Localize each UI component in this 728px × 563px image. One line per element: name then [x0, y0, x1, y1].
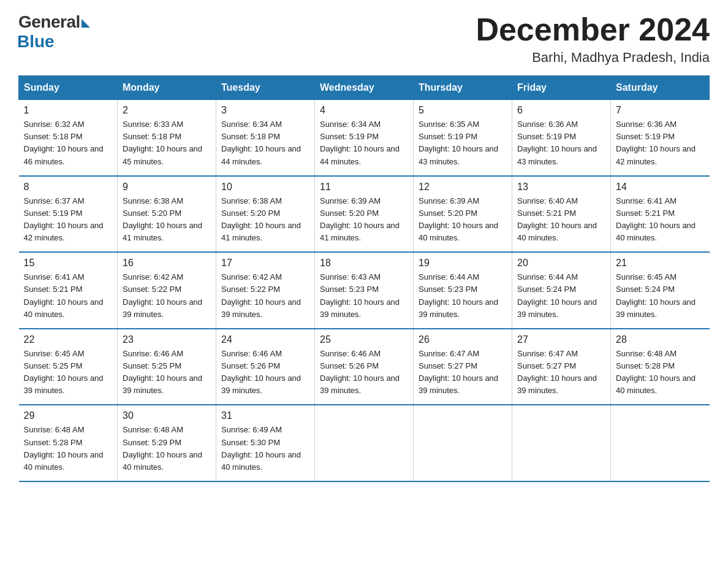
day-detail: Sunrise: 6:37 AMSunset: 5:19 PMDaylight:… — [24, 195, 113, 245]
calendar-cell: 19Sunrise: 6:44 AMSunset: 5:23 PMDayligh… — [414, 252, 512, 329]
calendar-cell: 5Sunrise: 6:35 AMSunset: 5:19 PMDaylight… — [414, 100, 512, 176]
day-detail: Sunrise: 6:40 AMSunset: 5:21 PMDaylight:… — [517, 195, 605, 245]
day-number: 20 — [517, 258, 605, 269]
calendar-week-row: 22Sunrise: 6:45 AMSunset: 5:25 PMDayligh… — [19, 329, 710, 405]
day-detail: Sunrise: 6:44 AMSunset: 5:24 PMDaylight:… — [517, 271, 605, 321]
day-detail: Sunrise: 6:46 AMSunset: 5:26 PMDaylight:… — [221, 348, 309, 397]
calendar-cell: 9Sunrise: 6:38 AMSunset: 5:20 PMDaylight… — [118, 176, 216, 253]
calendar-cell: 7Sunrise: 6:36 AMSunset: 5:19 PMDaylight… — [611, 100, 710, 176]
day-detail: Sunrise: 6:47 AMSunset: 5:27 PMDaylight:… — [517, 348, 605, 397]
day-number: 27 — [517, 334, 605, 345]
day-number: 1 — [24, 105, 113, 116]
calendar-cell: 24Sunrise: 6:46 AMSunset: 5:26 PMDayligh… — [216, 329, 315, 405]
day-number: 4 — [320, 105, 408, 116]
calendar-week-row: 8Sunrise: 6:37 AMSunset: 5:19 PMDaylight… — [19, 176, 710, 253]
day-detail: Sunrise: 6:44 AMSunset: 5:23 PMDaylight:… — [419, 271, 507, 321]
day-number: 16 — [123, 258, 211, 269]
day-number: 13 — [517, 182, 605, 193]
day-number: 29 — [24, 410, 113, 421]
calendar-cell: 29Sunrise: 6:48 AMSunset: 5:28 PMDayligh… — [19, 405, 118, 481]
calendar-cell: 17Sunrise: 6:42 AMSunset: 5:22 PMDayligh… — [216, 252, 315, 329]
logo-blue-text: Blue — [17, 32, 55, 52]
day-detail: Sunrise: 6:38 AMSunset: 5:20 PMDaylight:… — [221, 195, 309, 245]
day-detail: Sunrise: 6:45 AMSunset: 5:24 PMDaylight:… — [616, 271, 705, 321]
calendar-cell: 8Sunrise: 6:37 AMSunset: 5:19 PMDaylight… — [19, 176, 118, 253]
calendar-cell: 26Sunrise: 6:47 AMSunset: 5:27 PMDayligh… — [414, 329, 512, 405]
day-detail: Sunrise: 6:48 AMSunset: 5:28 PMDaylight:… — [24, 424, 113, 473]
column-header-saturday: Saturday — [611, 76, 710, 100]
day-detail: Sunrise: 6:49 AMSunset: 5:30 PMDaylight:… — [221, 424, 309, 473]
calendar-cell: 18Sunrise: 6:43 AMSunset: 5:23 PMDayligh… — [315, 252, 414, 329]
day-detail: Sunrise: 6:42 AMSunset: 5:22 PMDaylight:… — [221, 271, 309, 321]
day-detail: Sunrise: 6:39 AMSunset: 5:20 PMDaylight:… — [419, 195, 507, 245]
calendar-cell: 20Sunrise: 6:44 AMSunset: 5:24 PMDayligh… — [512, 252, 611, 329]
day-number: 31 — [221, 410, 309, 421]
calendar-cell: 31Sunrise: 6:49 AMSunset: 5:30 PMDayligh… — [216, 405, 315, 481]
day-number: 14 — [616, 182, 705, 193]
day-number: 12 — [419, 182, 507, 193]
day-number: 2 — [123, 105, 211, 116]
day-number: 6 — [517, 105, 605, 116]
day-number: 17 — [221, 258, 309, 269]
column-header-wednesday: Wednesday — [315, 76, 414, 100]
day-detail: Sunrise: 6:48 AMSunset: 5:28 PMDaylight:… — [616, 348, 705, 397]
calendar-cell: 23Sunrise: 6:46 AMSunset: 5:25 PMDayligh… — [118, 329, 216, 405]
calendar-cell: 6Sunrise: 6:36 AMSunset: 5:19 PMDaylight… — [512, 100, 611, 176]
location-title: Barhi, Madhya Pradesh, India — [476, 50, 710, 66]
column-header-tuesday: Tuesday — [216, 76, 315, 100]
day-detail: Sunrise: 6:35 AMSunset: 5:19 PMDaylight:… — [419, 118, 507, 168]
day-number: 8 — [24, 182, 113, 193]
calendar-week-row: 29Sunrise: 6:48 AMSunset: 5:28 PMDayligh… — [19, 405, 710, 481]
calendar-cell: 3Sunrise: 6:34 AMSunset: 5:18 PMDaylight… — [216, 100, 315, 176]
month-title: December 2024 — [476, 12, 710, 47]
calendar-cell: 4Sunrise: 6:34 AMSunset: 5:19 PMDaylight… — [315, 100, 414, 176]
title-area: December 2024 Barhi, Madhya Pradesh, Ind… — [476, 12, 710, 66]
day-detail: Sunrise: 6:48 AMSunset: 5:29 PMDaylight:… — [123, 424, 211, 473]
calendar-cell — [611, 405, 710, 481]
day-number: 3 — [221, 105, 309, 116]
day-detail: Sunrise: 6:33 AMSunset: 5:18 PMDaylight:… — [123, 118, 211, 168]
calendar-cell — [315, 405, 414, 481]
calendar-cell: 30Sunrise: 6:48 AMSunset: 5:29 PMDayligh… — [118, 405, 216, 481]
logo-general-text: General — [18, 12, 80, 32]
day-detail: Sunrise: 6:46 AMSunset: 5:25 PMDaylight:… — [123, 348, 211, 397]
calendar-cell: 11Sunrise: 6:39 AMSunset: 5:20 PMDayligh… — [315, 176, 414, 253]
column-header-monday: Monday — [118, 76, 216, 100]
day-detail: Sunrise: 6:38 AMSunset: 5:20 PMDaylight:… — [123, 195, 211, 245]
column-header-friday: Friday — [512, 76, 611, 100]
calendar-cell: 21Sunrise: 6:45 AMSunset: 5:24 PMDayligh… — [611, 252, 710, 329]
calendar-cell: 1Sunrise: 6:32 AMSunset: 5:18 PMDaylight… — [19, 100, 118, 176]
calendar-cell: 28Sunrise: 6:48 AMSunset: 5:28 PMDayligh… — [611, 329, 710, 405]
day-detail: Sunrise: 6:46 AMSunset: 5:26 PMDaylight:… — [320, 348, 408, 397]
calendar-week-row: 1Sunrise: 6:32 AMSunset: 5:18 PMDaylight… — [19, 100, 710, 176]
day-number: 10 — [221, 182, 309, 193]
calendar-header-row: SundayMondayTuesdayWednesdayThursdayFrid… — [19, 76, 710, 100]
day-detail: Sunrise: 6:41 AMSunset: 5:21 PMDaylight:… — [616, 195, 705, 245]
day-detail: Sunrise: 6:43 AMSunset: 5:23 PMDaylight:… — [320, 271, 408, 321]
day-detail: Sunrise: 6:36 AMSunset: 5:19 PMDaylight:… — [517, 118, 605, 168]
calendar-cell: 15Sunrise: 6:41 AMSunset: 5:21 PMDayligh… — [19, 252, 118, 329]
calendar-cell: 13Sunrise: 6:40 AMSunset: 5:21 PMDayligh… — [512, 176, 611, 253]
column-header-sunday: Sunday — [19, 76, 118, 100]
day-detail: Sunrise: 6:41 AMSunset: 5:21 PMDaylight:… — [24, 271, 113, 321]
day-number: 9 — [123, 182, 211, 193]
calendar-cell: 14Sunrise: 6:41 AMSunset: 5:21 PMDayligh… — [611, 176, 710, 253]
day-detail: Sunrise: 6:32 AMSunset: 5:18 PMDaylight:… — [24, 118, 113, 168]
day-number: 25 — [320, 334, 408, 345]
day-number: 30 — [123, 410, 211, 421]
day-number: 28 — [616, 334, 705, 345]
calendar-cell: 25Sunrise: 6:46 AMSunset: 5:26 PMDayligh… — [315, 329, 414, 405]
day-detail: Sunrise: 6:42 AMSunset: 5:22 PMDaylight:… — [123, 271, 211, 321]
page-header: General Blue December 2024 Barhi, Madhya… — [18, 12, 710, 66]
day-number: 19 — [419, 258, 507, 269]
calendar-cell: 16Sunrise: 6:42 AMSunset: 5:22 PMDayligh… — [118, 252, 216, 329]
day-detail: Sunrise: 6:34 AMSunset: 5:19 PMDaylight:… — [320, 118, 408, 168]
day-detail: Sunrise: 6:39 AMSunset: 5:20 PMDaylight:… — [320, 195, 408, 245]
logo: General Blue — [18, 12, 90, 52]
column-header-thursday: Thursday — [414, 76, 512, 100]
day-detail: Sunrise: 6:45 AMSunset: 5:25 PMDaylight:… — [24, 348, 113, 397]
calendar-cell: 10Sunrise: 6:38 AMSunset: 5:20 PMDayligh… — [216, 176, 315, 253]
calendar-cell — [512, 405, 611, 481]
day-number: 11 — [320, 182, 408, 193]
calendar-week-row: 15Sunrise: 6:41 AMSunset: 5:21 PMDayligh… — [19, 252, 710, 329]
